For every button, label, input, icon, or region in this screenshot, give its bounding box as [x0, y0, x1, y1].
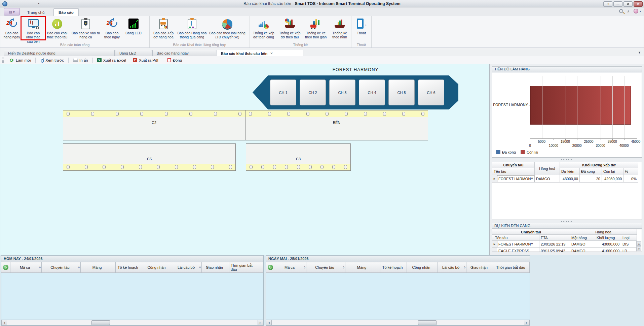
- column-group-khoi-luong[interactable]: Khối lượng xếp dỡ: [560, 162, 638, 168]
- column-cong-nhan[interactable]: Công nhân: [142, 262, 173, 272]
- capture-button[interactable]: ⊡: [603, 1, 612, 7]
- hold-ch6[interactable]: CH 6: [418, 79, 444, 105]
- column-group-hang-hoa[interactable]: Hàng hoá: [570, 229, 637, 235]
- column-thoi-gian-bat-dau[interactable]: Thời gian bắt đầu: [494, 262, 530, 272]
- export-excel-button[interactable]: XXuất ra Excel: [94, 57, 129, 64]
- scrollbar-thumb[interactable]: [91, 320, 110, 325]
- cell-pct[interactable]: 0%: [623, 175, 638, 183]
- column-to-ke-hoach[interactable]: Tổ kế hoạch: [116, 262, 142, 272]
- tomorrow-table-body[interactable]: [266, 273, 530, 320]
- app-menu-button[interactable]: ▤▾: [4, 8, 20, 15]
- refresh-button[interactable]: ⟳Làm mới: [6, 57, 34, 64]
- column-mang[interactable]: Máng: [81, 262, 116, 272]
- cell-weight[interactable]: 41000,000: [595, 248, 621, 252]
- splitter-grip[interactable]: [561, 221, 573, 222]
- eta-table-scrollbar[interactable]: ▲ ▼: [636, 241, 641, 251]
- column-da-xong[interactable]: Đã xong: [580, 168, 602, 175]
- hold-ch3[interactable]: CH 3: [329, 79, 355, 105]
- cell-weight[interactable]: 43000,000: [595, 241, 621, 248]
- tab-close-icon[interactable]: ✕: [270, 52, 273, 55]
- berth-block-c5[interactable]: C5: [63, 143, 236, 171]
- column-mang[interactable]: Máng: [345, 262, 380, 272]
- ribbon-button-thoat[interactable]: → Thoát: [352, 17, 371, 41]
- ship-diagram[interactable]: CH 1 CH 2 CH 3 CH 4 CH 5 CH 6: [253, 75, 458, 109]
- restore-button[interactable]: ⧉: [623, 1, 633, 7]
- ribbon-button-thong-ke-xe-thoi-gian[interactable]: Thống kê xe theo thời gian: [303, 17, 329, 41]
- column-lai-cau-bo[interactable]: Lái cẩu bờ◊: [438, 262, 466, 272]
- cell-remaining[interactable]: 42980,000: [602, 175, 623, 183]
- hold-ch2[interactable]: CH 2: [300, 79, 326, 105]
- ribbon-button-bao-cao-theo-ngay[interactable]: 24 Báo cáo theo ngày: [101, 17, 123, 41]
- cell-item[interactable]: DAMGO: [570, 241, 595, 248]
- cell-type[interactable]: DIS: [621, 241, 637, 248]
- column-khoi-luong[interactable]: Khối lượng: [595, 235, 621, 241]
- cell-cargo[interactable]: DAMGO: [535, 175, 560, 183]
- berth-block-c3[interactable]: C3: [246, 143, 351, 171]
- ribbon-button-xep-do-hang-hoa[interactable]: Báo cáo Xếp dỡ hàng hoá: [150, 17, 177, 41]
- column-group-chuyen-tau[interactable]: Chuyến tàu: [492, 229, 570, 235]
- column-ma-ca[interactable]: Mã ca◊: [275, 262, 306, 272]
- cell-ship-name[interactable]: FOREST HARMONY: [497, 241, 539, 248]
- column-to-ke-hoach[interactable]: Tổ kế hoạch: [380, 262, 407, 272]
- ribbon-tab-bao-cao[interactable]: Báo cáo: [53, 8, 79, 16]
- column-chuyen-tau[interactable]: Chuyến tàu◊: [306, 262, 345, 272]
- scrollbar-thumb[interactable]: [418, 320, 437, 325]
- cell-type[interactable]: LD: [621, 248, 637, 252]
- collapse-ribbon-icon[interactable]: ∧: [627, 9, 630, 13]
- doc-tab-bao-cao-khai-thac-cau-ben[interactable]: Báo cáo khai thác cầu bến✕: [217, 50, 303, 57]
- column-chuyen-tau[interactable]: Chuyến tàu◊: [42, 262, 81, 272]
- today-hscrollbar[interactable]: ◄ ►: [1, 320, 263, 325]
- search-icon[interactable]: [619, 9, 623, 13]
- refresh-header-cell[interactable]: ↻: [1, 262, 10, 272]
- cell-eta[interactable]: 23/01/26 22:19: [539, 241, 570, 248]
- ribbon-button-thong-ke-theo-tau[interactable]: Thống kê xếp dỡ theo tàu: [277, 17, 303, 41]
- cell-item[interactable]: DAMGO: [570, 248, 595, 252]
- berth-block-c2[interactable]: C2: [63, 110, 245, 140]
- cell-done[interactable]: 20: [580, 175, 602, 183]
- doc-tab-desktop[interactable]: Hiển thị Desktop người dùng: [4, 50, 115, 56]
- tab-overflow-icon[interactable]: ▼: [638, 51, 641, 54]
- scroll-left-icon[interactable]: ◄: [266, 320, 272, 325]
- toolbar-grip[interactable]: [2, 58, 4, 63]
- column-thoi-gian-bat-dau[interactable]: Thời gian bắt đầu: [229, 262, 263, 272]
- cell-planned[interactable]: 43000,00: [560, 175, 580, 183]
- column-ma-ca[interactable]: Mã ca◊: [10, 262, 42, 272]
- cell-ship-name[interactable]: FOREST HARMONY: [497, 175, 535, 183]
- ribbon-button-bao-cao-hang-ngay[interactable]: 24 Báo cáo hàng ngày: [1, 17, 23, 41]
- column-group-chuyen-tau[interactable]: Chuyến tàu: [492, 162, 535, 168]
- badge-dropdown-arrow-icon[interactable]: ▾: [640, 10, 641, 13]
- column-ten-tau[interactable]: Tên tàu: [492, 235, 539, 241]
- minimize-button[interactable]: —: [613, 1, 622, 7]
- column-mat-hang[interactable]: Mặt hàng: [570, 235, 595, 241]
- tomorrow-hscrollbar[interactable]: ◄ ►: [266, 320, 530, 325]
- scroll-right-icon[interactable]: ►: [524, 320, 530, 325]
- column-du-kien[interactable]: Dự kiến: [560, 168, 580, 175]
- close-report-button[interactable]: Đóng: [164, 57, 186, 64]
- splitter-grip[interactable]: [561, 159, 573, 160]
- close-button[interactable]: ✕: [634, 1, 643, 7]
- ribbon-button-bao-cao-khai-thac-theo-tau[interactable]: Báo cáo khai thác theo tàu: [44, 17, 70, 41]
- cell-ship-name[interactable]: EAGLE EXPRESS: [497, 248, 539, 252]
- today-table-body[interactable]: [1, 273, 263, 320]
- column-con-lai[interactable]: Còn lại: [602, 168, 623, 175]
- preview-button[interactable]: Xem trước: [37, 57, 67, 64]
- doc-tab-bao-cao-hang-ngay[interactable]: Báo cáo hàng ngày: [152, 50, 216, 56]
- ribbon-button-hang-hoa-thong-qua-cang[interactable]: Báo cáo Hàng hoá thông qua cảng: [177, 17, 207, 41]
- column-hang-hoa[interactable]: Hàng hoá: [535, 162, 560, 175]
- hold-ch1[interactable]: CH 1: [270, 79, 296, 105]
- ribbon-button-thong-ke-toan-cang[interactable]: Thống kê xếp dỡ toàn cảng: [251, 17, 277, 41]
- ribbon-button-bang-led[interactable]: ↗ Bảng LED: [123, 17, 144, 41]
- column-ten-tau[interactable]: Tên tàu: [492, 168, 535, 175]
- column-eta[interactable]: ETA: [539, 235, 570, 241]
- ribbon-tab-trang-chu[interactable]: Trang chủ: [23, 8, 49, 16]
- refresh-header-cell[interactable]: ↻: [266, 262, 275, 272]
- scroll-up-icon[interactable]: ▲: [637, 241, 641, 246]
- user-badge-icon[interactable]: [634, 9, 638, 13]
- column-loai[interactable]: Loại: [621, 235, 637, 241]
- ribbon-button-theo-loai-hang[interactable]: Báo cáo theo loại hàng (Từ chuyến xe): [207, 17, 247, 41]
- scroll-down-icon[interactable]: ▼: [637, 247, 641, 251]
- print-button[interactable]: In ấn: [70, 57, 91, 64]
- ribbon-button-bao-cao-xe-vao-ra-hang-ca[interactable]: Báo cáo xe vào ra hàng ca: [70, 17, 101, 41]
- column-cong-nhan[interactable]: Công nhân: [407, 262, 438, 272]
- doc-tab-bang-led[interactable]: Bảng LED: [115, 50, 152, 56]
